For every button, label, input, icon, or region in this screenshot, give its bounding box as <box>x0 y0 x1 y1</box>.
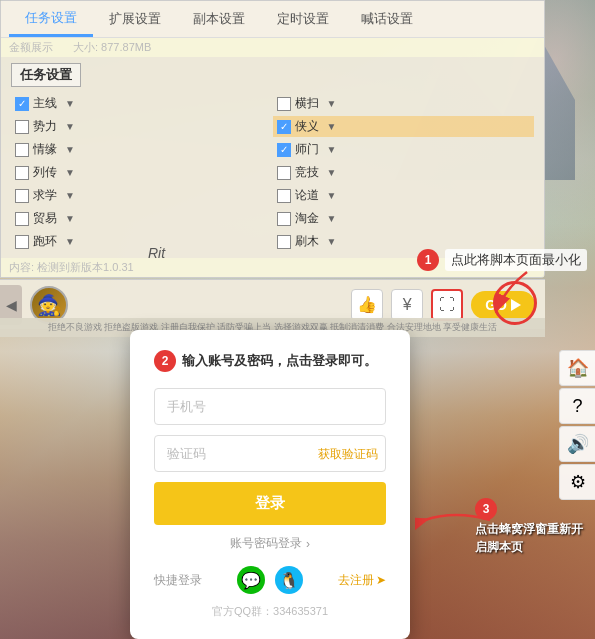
tab-shout-settings[interactable]: 喊话设置 <box>345 2 429 36</box>
tab-task-settings[interactable]: 任务设置 <box>9 1 93 37</box>
like-icon: 👍 <box>357 295 377 314</box>
register-arrow-icon: ➤ <box>376 573 386 587</box>
task-label-sweep: 横扫 <box>295 95 323 112</box>
register-link[interactable]: 去注册 ➤ <box>338 572 386 589</box>
top-panel: 任务设置 扩展设置 副本设置 定时设置 喊话设置 金额展示 大小: 877.87… <box>0 0 545 278</box>
wechat-icon-glyph: 💬 <box>241 571 261 590</box>
info-size: 大小: 877.87MB <box>73 40 151 55</box>
task-label-liezhuan: 列传 <box>33 164 61 181</box>
dropdown-study[interactable]: ▼ <box>65 190 75 201</box>
task-row: 求学 ▼ <box>11 185 273 206</box>
task-row: 贸易 ▼ <box>11 208 273 229</box>
collapse-arrow-icon: ◀ <box>6 297 17 313</box>
checkbox-lun[interactable] <box>277 189 291 203</box>
task-label-pvp: 竞技 <box>295 164 323 181</box>
yen-btn[interactable]: ¥ <box>391 289 423 321</box>
audio-icon: 🔊 <box>567 433 589 455</box>
checkbox-sweep[interactable] <box>277 97 291 111</box>
annotation-1-badge: 1 <box>417 249 439 271</box>
rit-label: Rit <box>148 245 165 261</box>
dropdown-delivery[interactable]: ▼ <box>65 236 75 247</box>
checkbox-trade[interactable] <box>15 212 29 226</box>
checkbox-mainline[interactable] <box>15 97 29 111</box>
phone-input[interactable] <box>154 388 386 425</box>
dropdown-xia[interactable]: ▼ <box>327 121 337 132</box>
dropdown-wood[interactable]: ▼ <box>327 236 337 247</box>
task-row: 主线 ▼ <box>11 93 273 114</box>
task-row: 淘金 ▼ <box>273 208 535 229</box>
tasks-section: 任务设置 主线 ▼ 势力 ▼ 情缘 ▼ <box>1 57 544 258</box>
task-label-gold: 淘金 <box>295 210 323 227</box>
login-btn[interactable]: 登录 <box>154 482 386 525</box>
dropdown-liezhuan[interactable]: ▼ <box>65 167 75 178</box>
float-btn-audio[interactable]: 🔊 <box>559 426 595 462</box>
task-label-xia: 侠义 <box>295 118 323 135</box>
yen-icon: ¥ <box>403 296 412 314</box>
annotation-3-badge: 3 <box>475 498 497 520</box>
checkbox-shimen[interactable] <box>277 143 291 157</box>
checkbox-power[interactable] <box>15 120 29 134</box>
tabs-row: 任务设置 扩展设置 副本设置 定时设置 喊话设置 <box>1 1 544 38</box>
task-label-shimen: 师门 <box>295 141 323 158</box>
task-label-lun: 论道 <box>295 187 323 204</box>
account-login-link[interactable]: 账号密码登录 › <box>154 535 386 552</box>
like-btn[interactable]: 👍 <box>351 289 383 321</box>
dropdown-power[interactable]: ▼ <box>65 121 75 132</box>
dropdown-gold[interactable]: ▼ <box>327 213 337 224</box>
tab-timer-settings[interactable]: 定时设置 <box>261 2 345 36</box>
task-row: 论道 ▼ <box>273 185 535 206</box>
minimize-icon: ⛶ <box>439 296 455 314</box>
go-label: GO <box>485 297 507 313</box>
checkbox-delivery[interactable] <box>15 235 29 249</box>
checkbox-gold[interactable] <box>277 212 291 226</box>
task-row: 师门 ▼ <box>273 139 535 160</box>
task-row: 跑环 ▼ <box>11 231 273 252</box>
task-row: 势力 ▼ <box>11 116 273 137</box>
task-label-mainline: 主线 <box>33 95 61 112</box>
tasks-grid: 主线 ▼ 势力 ▼ 情缘 ▼ 列传 ▼ <box>11 93 534 252</box>
qq-login-btn[interactable]: 🐧 <box>275 566 303 594</box>
qq-group: 官方QQ群：334635371 <box>154 604 386 619</box>
checkbox-pvp[interactable] <box>277 166 291 180</box>
quick-login-label: 快捷登录 <box>154 572 202 589</box>
dropdown-affection[interactable]: ▼ <box>65 144 75 155</box>
version-text: 内容: 检测到新版本1.0.31 <box>9 261 134 273</box>
checkbox-xia[interactable] <box>277 120 291 134</box>
checkbox-liezhuan[interactable] <box>15 166 29 180</box>
task-label-trade: 贸易 <box>33 210 61 227</box>
float-btn-home[interactable]: 🏠 <box>559 350 595 386</box>
task-label-study: 求学 <box>33 187 61 204</box>
minimize-btn[interactable]: ⛶ <box>431 289 463 321</box>
account-login-text: 账号密码登录 <box>230 535 302 552</box>
dropdown-mainline[interactable]: ▼ <box>65 98 75 109</box>
quick-login-icons: 💬 🐧 <box>237 566 303 594</box>
task-row: 竞技 ▼ <box>273 162 535 183</box>
dropdown-shimen[interactable]: ▼ <box>327 144 337 155</box>
task-label-affection: 情缘 <box>33 141 61 158</box>
annotation-3: 3 点击蜂窝浮窗重新开启脚本页 <box>475 498 585 556</box>
annotation-1: 1 点此将脚本页面最小化 <box>417 249 587 271</box>
qq-icon-glyph: 🐧 <box>279 571 299 590</box>
dropdown-sweep[interactable]: ▼ <box>327 98 337 109</box>
avatar-icon: 🧙 <box>37 293 62 317</box>
dropdown-pvp[interactable]: ▼ <box>327 167 337 178</box>
login-dialog: 2 输入账号及密码，点击登录即可。 获取验证码 登录 账号密码登录 › 快捷登录… <box>130 330 410 639</box>
float-btn-help[interactable]: ? <box>559 388 595 424</box>
go-btn[interactable]: GO <box>471 291 535 319</box>
code-input-wrapper: 获取验证码 <box>154 435 386 472</box>
wechat-login-btn[interactable]: 💬 <box>237 566 265 594</box>
checkbox-affection[interactable] <box>15 143 29 157</box>
checkbox-study[interactable] <box>15 189 29 203</box>
float-btn-settings[interactable]: ⚙ <box>559 464 595 500</box>
tab-expand-settings[interactable]: 扩展设置 <box>93 2 177 36</box>
dropdown-lun[interactable]: ▼ <box>327 190 337 201</box>
dropdown-trade[interactable]: ▼ <box>65 213 75 224</box>
checkbox-wood[interactable] <box>277 235 291 249</box>
task-row: 横扫 ▼ <box>273 93 535 114</box>
get-code-btn[interactable]: 获取验证码 <box>318 445 378 462</box>
tab-dungeon-settings[interactable]: 副本设置 <box>177 2 261 36</box>
task-label-wood: 刷木 <box>295 233 323 250</box>
annotation-2: 2 输入账号及密码，点击登录即可。 <box>154 350 386 372</box>
toolbar-right: 👍 ¥ ⛶ GO <box>351 289 535 321</box>
play-icon <box>511 299 521 311</box>
